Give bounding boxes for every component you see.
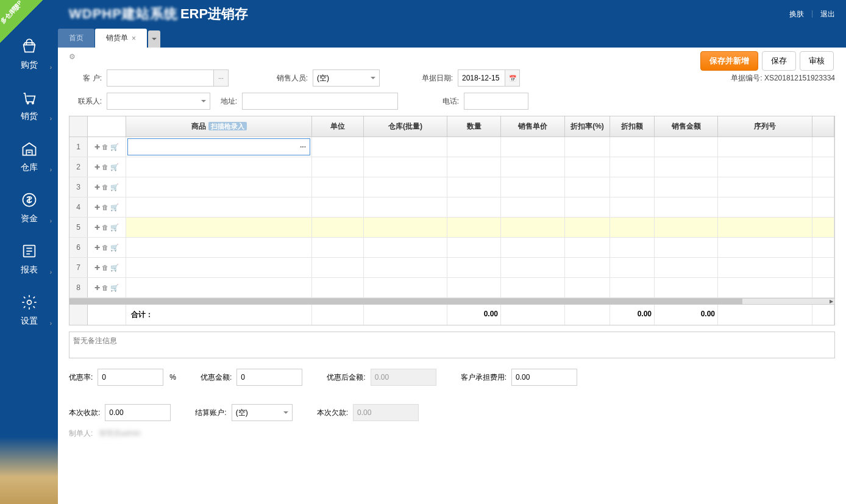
sidebar-item-settings[interactable]: 设置› <box>0 284 58 335</box>
link-skin[interactable]: 换肤 <box>789 9 804 20</box>
date-input[interactable] <box>458 69 505 87</box>
cell-warehouse[interactable] <box>364 157 447 177</box>
cell-product[interactable] <box>126 258 312 277</box>
customer-lookup-button[interactable]: ··· <box>214 69 229 87</box>
sidebar-item-sales[interactable]: 销货› <box>0 79 58 130</box>
cell-discrate[interactable] <box>565 177 610 197</box>
cell-discamt[interactable] <box>610 157 655 177</box>
cell-product[interactable] <box>126 238 312 257</box>
cell-qty[interactable] <box>447 197 501 217</box>
cell-discrate[interactable] <box>565 137 610 157</box>
discount-amount-input[interactable] <box>236 369 302 386</box>
cell-amount[interactable] <box>655 157 718 177</box>
cell-amount[interactable] <box>655 177 718 197</box>
delete-row-icon[interactable]: 🗑 <box>102 163 108 171</box>
cell-warehouse[interactable] <box>364 238 447 257</box>
cell-qty[interactable] <box>447 137 501 157</box>
cell-amount[interactable] <box>655 258 718 277</box>
cell-warehouse[interactable] <box>364 258 447 277</box>
cell-discamt[interactable] <box>610 258 655 277</box>
add-row-icon[interactable]: ✚ <box>94 244 100 252</box>
cell-qty[interactable] <box>447 177 501 197</box>
grid-h-scrollbar[interactable]: ▶ <box>69 298 834 304</box>
cell-discamt[interactable] <box>610 177 655 197</box>
cell-unit[interactable] <box>312 218 364 237</box>
cell-discrate[interactable] <box>565 258 610 277</box>
cell-qty[interactable] <box>447 238 501 257</box>
delete-row-icon[interactable]: 🗑 <box>102 284 108 291</box>
cell-price[interactable] <box>501 278 565 297</box>
add-row-icon[interactable]: ✚ <box>94 204 100 211</box>
cell-qty[interactable] <box>447 157 501 177</box>
cell-warehouse[interactable] <box>364 137 447 157</box>
cell-amount[interactable] <box>655 218 718 237</box>
cell-discamt[interactable] <box>610 278 655 297</box>
cell-discrate[interactable] <box>565 157 610 177</box>
product-input-active[interactable]: ··· <box>127 138 310 155</box>
customer-fee-input[interactable] <box>511 369 577 386</box>
tab-dropdown[interactable] <box>148 30 160 48</box>
cell-discamt[interactable] <box>610 137 655 157</box>
cell-price[interactable] <box>501 177 565 197</box>
cell-product[interactable] <box>126 157 312 177</box>
cell-warehouse[interactable] <box>364 197 447 217</box>
cell-product[interactable] <box>126 218 312 237</box>
cell-price[interactable] <box>501 238 565 257</box>
cart-row-icon[interactable]: 🛒 <box>110 163 119 171</box>
cell-amount[interactable] <box>655 238 718 257</box>
save-button[interactable]: 保存 <box>762 51 796 71</box>
add-row-icon[interactable]: ✚ <box>94 284 100 292</box>
cell-product[interactable] <box>126 177 312 197</box>
cart-row-icon[interactable]: 🛒 <box>110 204 119 211</box>
cell-discamt[interactable] <box>610 238 655 257</box>
cell-price[interactable] <box>501 157 565 177</box>
cart-row-icon[interactable]: 🛒 <box>110 183 119 191</box>
cell-discrate[interactable] <box>565 197 610 217</box>
cell-qty[interactable] <box>447 258 501 277</box>
cart-row-icon[interactable]: 🛒 <box>110 244 119 252</box>
cell-warehouse[interactable] <box>364 278 447 297</box>
cell-product[interactable] <box>126 278 312 297</box>
cell-serial[interactable] <box>718 137 812 157</box>
cart-row-icon[interactable]: 🛒 <box>110 264 119 272</box>
cell-qty[interactable] <box>447 278 501 297</box>
save-and-new-button[interactable]: 保存并新增 <box>700 51 758 71</box>
cell-unit[interactable] <box>312 177 364 197</box>
cart-row-icon[interactable]: 🛒 <box>110 143 119 151</box>
this-receipt-input[interactable] <box>105 404 171 421</box>
cart-row-icon[interactable]: 🛒 <box>110 284 119 292</box>
cell-unit[interactable] <box>312 197 364 217</box>
delete-row-icon[interactable]: 🗑 <box>102 204 108 211</box>
tab-home[interactable]: 首页 <box>58 29 94 48</box>
cell-serial[interactable] <box>718 238 812 257</box>
cell-unit[interactable] <box>312 157 364 177</box>
add-row-icon[interactable]: ✚ <box>94 183 100 191</box>
audit-button[interactable]: 审核 <box>800 51 834 71</box>
delete-row-icon[interactable]: 🗑 <box>102 224 108 231</box>
cell-serial[interactable] <box>718 197 812 217</box>
cell-unit[interactable] <box>312 238 364 257</box>
cell-serial[interactable] <box>718 218 812 237</box>
settings-gear-icon[interactable]: ⚙ <box>69 52 76 61</box>
cell-unit[interactable] <box>312 278 364 297</box>
remarks-textarea[interactable] <box>69 332 835 358</box>
close-icon[interactable]: × <box>132 34 136 43</box>
cell-serial[interactable] <box>718 278 812 297</box>
delete-row-icon[interactable]: 🗑 <box>102 244 108 251</box>
phone-input[interactable] <box>464 93 528 110</box>
tab-sales-order[interactable]: 销货单 × <box>95 29 147 48</box>
calendar-icon[interactable]: 📅 <box>505 69 520 87</box>
contact-select[interactable] <box>107 93 210 110</box>
sidebar-item-report[interactable]: 报表› <box>0 233 58 284</box>
cell-product[interactable]: ··· <box>126 137 312 157</box>
salesperson-select[interactable]: (空) <box>313 69 380 87</box>
cell-unit[interactable] <box>312 258 364 277</box>
cell-serial[interactable] <box>718 157 812 177</box>
account-select[interactable]: (空) <box>232 404 293 421</box>
link-logout[interactable]: 退出 <box>820 9 835 20</box>
cell-warehouse[interactable] <box>364 177 447 197</box>
cell-discrate[interactable] <box>565 278 610 297</box>
sidebar-item-funds[interactable]: 资金› <box>0 182 58 233</box>
cell-serial[interactable] <box>718 177 812 197</box>
cell-discrate[interactable] <box>565 218 610 237</box>
